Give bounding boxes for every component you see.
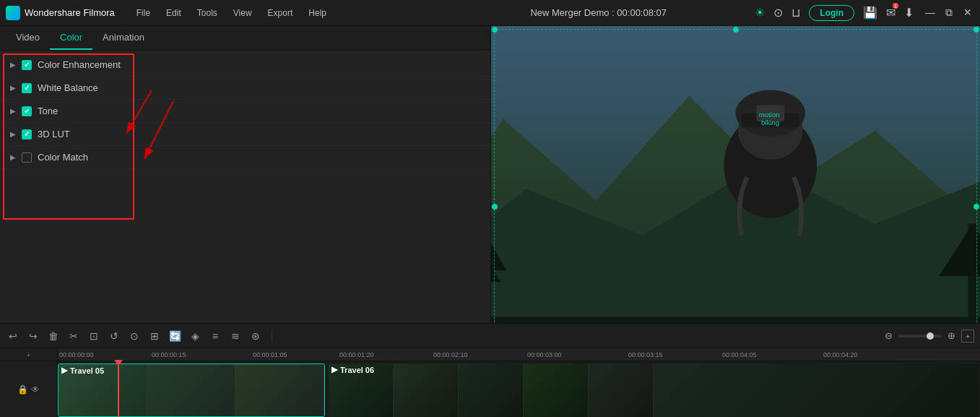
zoom-slider-handle[interactable] [927, 332, 934, 340]
minimize-button[interactable]: — [924, 7, 937, 19]
timeline-content: + 🔒 👁 00:00:00:00 00:00:00:15 00:00:01:0… [0, 348, 980, 417]
app-logo: Wondershare Filmora [6, 6, 115, 20]
add-track-icon[interactable]: + [26, 351, 30, 359]
logo-icon [6, 6, 20, 20]
timeline-wrapper: ↩ ↪ 🗑 ✂ ⊡ ↺ ⊙ ⊞ 🔄 ◈ ≡ ≋ ⊛ ⊖ ⊕ + + 🔒 � [0, 323, 980, 417]
section-white-balance[interactable]: ▶ ✓ White Balance [0, 77, 490, 100]
eye-icon[interactable]: 👁 [31, 384, 40, 395]
color-icon[interactable]: ◈ [188, 330, 202, 342]
section-color-match[interactable]: ▶ Color Match [0, 146, 490, 169]
section-label: 3D LUT [38, 129, 70, 139]
stabilize-icon[interactable]: ⊛ [248, 330, 263, 342]
close-button[interactable]: ✕ [961, 7, 974, 19]
section-3d-lut[interactable]: ▶ ✓ 3D LUT [0, 123, 490, 146]
split-icon[interactable]: ⊞ [147, 330, 162, 342]
tab-color[interactable]: Color [50, 26, 92, 50]
tab-bar: Video Color Animation [0, 26, 490, 51]
ruler-mark-6: 00:00:03:15 [628, 351, 663, 358]
lock-icon[interactable]: 🔒 [17, 384, 28, 395]
clip-label: ▶ Travel 06 [331, 365, 374, 374]
keyframe-icon[interactable]: ≋ [228, 330, 243, 342]
play-icon: ▶ [61, 366, 67, 375]
ruler-mark-8: 00:00:04:20 [823, 351, 858, 358]
save-icon[interactable]: 💾 [863, 6, 877, 20]
menu-tools[interactable]: Tools [190, 5, 225, 21]
chevron-icon: ▶ [10, 130, 16, 138]
add-track-row: + [0, 348, 57, 361]
track-label-main: 🔒 👁 [0, 361, 57, 417]
zoom-out-icon[interactable]: ⊖ [885, 330, 893, 341]
svg-text:motion: motion [759, 111, 780, 119]
ruler-mark-5: 00:00:03:00 [527, 351, 562, 358]
undo-icon[interactable]: ↩ [6, 330, 20, 342]
mail-icon[interactable]: ✉1 [886, 6, 896, 20]
topbar: Wondershare Filmora File Edit Tools View… [0, 0, 980, 26]
tab-video[interactable]: Video [6, 26, 50, 50]
ruler-mark-7: 00:00:04:05 [722, 351, 757, 358]
menu-edit[interactable]: Edit [159, 5, 188, 21]
ruler-mark-0: 00:00:00:00 [59, 351, 94, 358]
tab-animation[interactable]: Animation [92, 26, 155, 50]
track-labels: + 🔒 👁 [0, 348, 58, 417]
effects-icon[interactable]: ⊙ [127, 330, 142, 342]
zoom-in-icon[interactable]: ⊕ [948, 330, 955, 341]
ruler-mark-4: 00:00:02:10 [433, 351, 468, 358]
menu-help[interactable]: Help [301, 5, 334, 21]
checkbox-color-match[interactable] [22, 152, 32, 163]
delete-icon[interactable]: 🗑 [46, 330, 61, 342]
section-label: Color Enhancement [38, 59, 121, 70]
cut-icon[interactable]: ✂ [66, 330, 81, 342]
section-tone[interactable]: ▶ ✓ Tone [0, 100, 490, 123]
chevron-icon: ▶ [10, 107, 16, 115]
login-button[interactable]: Login [809, 5, 854, 21]
section-label: White Balance [38, 82, 98, 93]
section-label: Tone [38, 106, 58, 116]
project-title: New Merger Demo : 00:00:08:07 [442, 7, 755, 18]
chevron-icon: ▶ [10, 84, 16, 92]
topbar-icons: ☀ ⊙ ⊔ Login 💾 ✉1 ⬇ [755, 5, 914, 21]
redo-icon[interactable]: ↪ [26, 330, 40, 342]
audio-icon[interactable]: ≡ [208, 330, 222, 342]
zoom-slider[interactable] [898, 335, 942, 338]
window-controls: — ⧉ ✕ [924, 7, 974, 19]
clip-travel06[interactable]: ▶ Travel 06 [329, 364, 979, 417]
play-icon: ▶ [331, 365, 337, 374]
tracks-area: 00:00:00:00 00:00:00:15 00:00:01:05 00:0… [58, 348, 980, 417]
ruler-mark-1: 00:00:00:15 [152, 351, 186, 358]
rotate-icon[interactable]: ↺ [107, 330, 121, 342]
headset-icon[interactable]: ⊙ [773, 6, 783, 20]
ruler-mark-2: 00:00:01:05 [253, 351, 287, 358]
clips-track: ▶ Travel 05 ▶ [58, 361, 980, 417]
menu-view[interactable]: View [226, 5, 259, 21]
menu-export[interactable]: Export [261, 5, 300, 21]
add-track-button[interactable]: + [961, 330, 974, 343]
toolbar-row: ↩ ↪ 🗑 ✂ ⊡ ↺ ⊙ ⊞ 🔄 ◈ ≡ ≋ ⊛ ⊖ ⊕ + [0, 324, 980, 348]
restore-button[interactable]: ⧉ [942, 7, 955, 19]
cart-icon[interactable]: ⊔ [792, 6, 800, 20]
speed-icon[interactable]: 🔄 [168, 330, 182, 342]
svg-text:biking: biking [761, 119, 779, 126]
menu-bar: File Edit Tools View Export Help [129, 5, 442, 21]
menu-file[interactable]: File [129, 5, 157, 21]
checkbox-white-balance[interactable]: ✓ [22, 83, 32, 93]
section-color-enhancement[interactable]: ▶ ✓ Color Enhancement [0, 53, 490, 77]
section-label: Color Match [38, 152, 88, 163]
checkbox-3d-lut[interactable]: ✓ [22, 129, 32, 139]
chevron-icon: ▶ [10, 153, 16, 161]
app-name: Wondershare Filmora [25, 7, 115, 18]
checkbox-color-enhancement[interactable]: ✓ [22, 60, 32, 70]
download-icon[interactable]: ⬇ [904, 6, 914, 20]
crop-icon[interactable]: ⊡ [87, 330, 101, 342]
checkbox-tone[interactable]: ✓ [22, 106, 32, 116]
chevron-icon: ▶ [10, 61, 16, 69]
clip-travel05[interactable]: ▶ Travel 05 [58, 364, 325, 417]
clip-label: ▶ Travel 05 [61, 366, 104, 375]
sun-icon[interactable]: ☀ [755, 6, 765, 20]
ruler-mark-3: 00:00:01:20 [339, 351, 374, 358]
separator [272, 330, 272, 343]
timeline-ruler: 00:00:00:00 00:00:00:15 00:00:01:05 00:0… [58, 348, 980, 361]
